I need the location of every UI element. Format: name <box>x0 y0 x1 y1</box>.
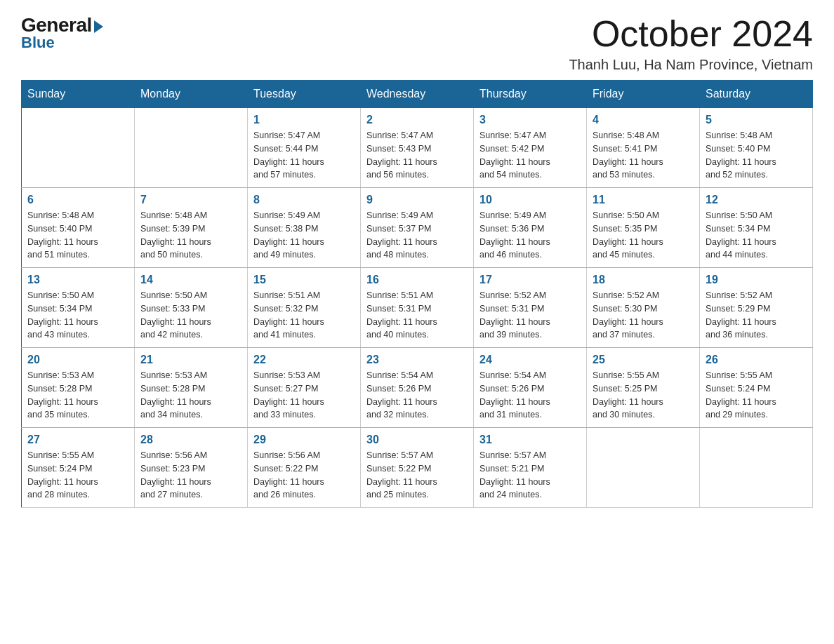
day-info: Sunrise: 5:53 AM Sunset: 5:28 PM Dayligh… <box>140 369 241 422</box>
calendar-week-row: 13Sunrise: 5:50 AM Sunset: 5:34 PM Dayli… <box>22 268 813 348</box>
day-info: Sunrise: 5:50 AM Sunset: 5:35 PM Dayligh… <box>593 209 694 262</box>
day-info: Sunrise: 5:48 AM Sunset: 5:39 PM Dayligh… <box>140 209 241 262</box>
calendar-cell: 26Sunrise: 5:55 AM Sunset: 5:24 PM Dayli… <box>700 348 813 428</box>
day-number: 27 <box>27 434 128 446</box>
calendar-cell <box>587 428 700 508</box>
day-number: 20 <box>27 354 128 366</box>
calendar-cell: 6Sunrise: 5:48 AM Sunset: 5:40 PM Daylig… <box>22 188 135 268</box>
calendar-cell: 11Sunrise: 5:50 AM Sunset: 5:35 PM Dayli… <box>587 188 700 268</box>
calendar-cell: 28Sunrise: 5:56 AM Sunset: 5:23 PM Dayli… <box>135 428 248 508</box>
calendar-cell: 1Sunrise: 5:47 AM Sunset: 5:44 PM Daylig… <box>248 108 361 188</box>
logo: General Blue <box>21 14 103 52</box>
col-header-monday: Monday <box>135 81 248 108</box>
day-info: Sunrise: 5:53 AM Sunset: 5:28 PM Dayligh… <box>27 369 128 422</box>
calendar-cell: 3Sunrise: 5:47 AM Sunset: 5:42 PM Daylig… <box>474 108 587 188</box>
day-info: Sunrise: 5:57 AM Sunset: 5:22 PM Dayligh… <box>366 449 468 502</box>
day-info: Sunrise: 5:57 AM Sunset: 5:21 PM Dayligh… <box>479 449 581 502</box>
day-number: 13 <box>27 274 128 286</box>
day-number: 24 <box>479 354 581 366</box>
day-info: Sunrise: 5:48 AM Sunset: 5:40 PM Dayligh… <box>27 209 128 262</box>
calendar-cell: 15Sunrise: 5:51 AM Sunset: 5:32 PM Dayli… <box>248 268 361 348</box>
calendar-cell: 8Sunrise: 5:49 AM Sunset: 5:38 PM Daylig… <box>248 188 361 268</box>
day-number: 30 <box>366 434 468 446</box>
calendar-cell: 27Sunrise: 5:55 AM Sunset: 5:24 PM Dayli… <box>22 428 135 508</box>
day-number: 9 <box>366 194 468 206</box>
calendar-cell: 30Sunrise: 5:57 AM Sunset: 5:22 PM Dayli… <box>361 428 474 508</box>
calendar-cell: 23Sunrise: 5:54 AM Sunset: 5:26 PM Dayli… <box>361 348 474 428</box>
day-info: Sunrise: 5:51 AM Sunset: 5:32 PM Dayligh… <box>253 289 355 342</box>
day-info: Sunrise: 5:54 AM Sunset: 5:26 PM Dayligh… <box>479 369 581 422</box>
calendar-header-row: SundayMondayTuesdayWednesdayThursdayFrid… <box>22 81 813 108</box>
calendar-cell: 18Sunrise: 5:52 AM Sunset: 5:30 PM Dayli… <box>587 268 700 348</box>
month-title: October 2024 <box>569 14 813 54</box>
day-number: 6 <box>27 194 128 206</box>
calendar-cell <box>700 428 813 508</box>
calendar-cell: 4Sunrise: 5:48 AM Sunset: 5:41 PM Daylig… <box>587 108 700 188</box>
day-number: 5 <box>706 114 807 126</box>
title-block: October 2024 Thanh Luu, Ha Nam Province,… <box>569 14 813 73</box>
day-number: 23 <box>366 354 468 366</box>
day-number: 26 <box>706 354 807 366</box>
day-info: Sunrise: 5:56 AM Sunset: 5:23 PM Dayligh… <box>140 449 241 502</box>
calendar-cell: 25Sunrise: 5:55 AM Sunset: 5:25 PM Dayli… <box>587 348 700 428</box>
day-number: 4 <box>593 114 694 126</box>
day-number: 17 <box>479 274 581 286</box>
day-info: Sunrise: 5:49 AM Sunset: 5:37 PM Dayligh… <box>366 209 468 262</box>
calendar-cell: 9Sunrise: 5:49 AM Sunset: 5:37 PM Daylig… <box>361 188 474 268</box>
day-info: Sunrise: 5:55 AM Sunset: 5:25 PM Dayligh… <box>593 369 694 422</box>
calendar-cell: 20Sunrise: 5:53 AM Sunset: 5:28 PM Dayli… <box>22 348 135 428</box>
day-number: 10 <box>479 194 581 206</box>
calendar-week-row: 6Sunrise: 5:48 AM Sunset: 5:40 PM Daylig… <box>22 188 813 268</box>
day-number: 18 <box>593 274 694 286</box>
page-header: General Blue October 2024 Thanh Luu, Ha … <box>21 14 813 73</box>
day-info: Sunrise: 5:48 AM Sunset: 5:40 PM Dayligh… <box>706 129 807 182</box>
calendar-cell: 19Sunrise: 5:52 AM Sunset: 5:29 PM Dayli… <box>700 268 813 348</box>
day-info: Sunrise: 5:50 AM Sunset: 5:33 PM Dayligh… <box>140 289 241 342</box>
day-number: 2 <box>366 114 468 126</box>
day-number: 15 <box>253 274 355 286</box>
day-info: Sunrise: 5:51 AM Sunset: 5:31 PM Dayligh… <box>366 289 468 342</box>
calendar-cell <box>22 108 135 188</box>
day-number: 8 <box>253 194 355 206</box>
col-header-sunday: Sunday <box>22 81 135 108</box>
day-info: Sunrise: 5:52 AM Sunset: 5:31 PM Dayligh… <box>479 289 581 342</box>
calendar-cell: 29Sunrise: 5:56 AM Sunset: 5:22 PM Dayli… <box>248 428 361 508</box>
calendar-cell: 24Sunrise: 5:54 AM Sunset: 5:26 PM Dayli… <box>474 348 587 428</box>
calendar-cell: 22Sunrise: 5:53 AM Sunset: 5:27 PM Dayli… <box>248 348 361 428</box>
calendar-cell: 13Sunrise: 5:50 AM Sunset: 5:34 PM Dayli… <box>22 268 135 348</box>
day-info: Sunrise: 5:50 AM Sunset: 5:34 PM Dayligh… <box>706 209 807 262</box>
day-number: 7 <box>140 194 241 206</box>
day-info: Sunrise: 5:50 AM Sunset: 5:34 PM Dayligh… <box>27 289 128 342</box>
calendar-week-row: 1Sunrise: 5:47 AM Sunset: 5:44 PM Daylig… <box>22 108 813 188</box>
col-header-wednesday: Wednesday <box>361 81 474 108</box>
day-info: Sunrise: 5:48 AM Sunset: 5:41 PM Dayligh… <box>593 129 694 182</box>
calendar-cell: 16Sunrise: 5:51 AM Sunset: 5:31 PM Dayli… <box>361 268 474 348</box>
day-info: Sunrise: 5:49 AM Sunset: 5:38 PM Dayligh… <box>253 209 355 262</box>
day-info: Sunrise: 5:49 AM Sunset: 5:36 PM Dayligh… <box>479 209 581 262</box>
day-number: 31 <box>479 434 581 446</box>
calendar-cell <box>135 108 248 188</box>
day-number: 12 <box>706 194 807 206</box>
day-number: 14 <box>140 274 241 286</box>
day-number: 29 <box>253 434 355 446</box>
calendar-cell: 12Sunrise: 5:50 AM Sunset: 5:34 PM Dayli… <box>700 188 813 268</box>
day-info: Sunrise: 5:47 AM Sunset: 5:42 PM Dayligh… <box>479 129 581 182</box>
calendar-cell: 7Sunrise: 5:48 AM Sunset: 5:39 PM Daylig… <box>135 188 248 268</box>
day-info: Sunrise: 5:47 AM Sunset: 5:44 PM Dayligh… <box>253 129 355 182</box>
calendar-cell: 31Sunrise: 5:57 AM Sunset: 5:21 PM Dayli… <box>474 428 587 508</box>
col-header-tuesday: Tuesday <box>248 81 361 108</box>
day-info: Sunrise: 5:55 AM Sunset: 5:24 PM Dayligh… <box>706 369 807 422</box>
calendar-cell: 21Sunrise: 5:53 AM Sunset: 5:28 PM Dayli… <box>135 348 248 428</box>
calendar-cell: 17Sunrise: 5:52 AM Sunset: 5:31 PM Dayli… <box>474 268 587 348</box>
day-info: Sunrise: 5:56 AM Sunset: 5:22 PM Dayligh… <box>253 449 355 502</box>
day-number: 1 <box>253 114 355 126</box>
day-number: 11 <box>593 194 694 206</box>
day-number: 16 <box>366 274 468 286</box>
calendar-week-row: 27Sunrise: 5:55 AM Sunset: 5:24 PM Dayli… <box>22 428 813 508</box>
day-info: Sunrise: 5:47 AM Sunset: 5:43 PM Dayligh… <box>366 129 468 182</box>
day-info: Sunrise: 5:55 AM Sunset: 5:24 PM Dayligh… <box>27 449 128 502</box>
calendar-cell: 14Sunrise: 5:50 AM Sunset: 5:33 PM Dayli… <box>135 268 248 348</box>
day-number: 25 <box>593 354 694 366</box>
calendar-cell: 5Sunrise: 5:48 AM Sunset: 5:40 PM Daylig… <box>700 108 813 188</box>
calendar-cell: 10Sunrise: 5:49 AM Sunset: 5:36 PM Dayli… <box>474 188 587 268</box>
